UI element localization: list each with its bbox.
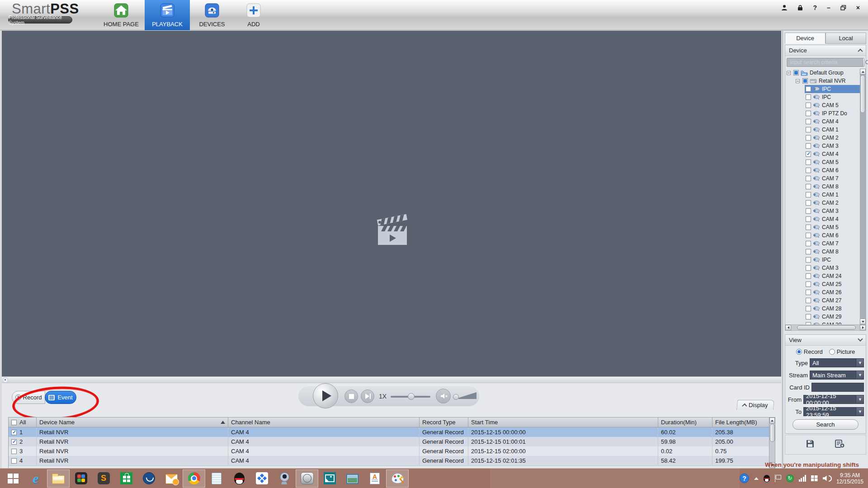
scroll-up-icon[interactable]	[769, 418, 775, 423]
search-button[interactable]: Search	[793, 419, 859, 430]
scrollbar-thumb[interactable]	[797, 325, 856, 330]
tree-item-cam-4[interactable]: CAM 4	[785, 215, 860, 223]
tree-item-ipc[interactable]: IPC	[785, 93, 860, 101]
dropdown-arrow-icon[interactable]: ▼	[856, 371, 864, 380]
tree-item-row[interactable]: CAM 3	[805, 207, 860, 215]
action-flag-icon[interactable]	[775, 474, 781, 482]
tree-checkbox[interactable]	[806, 249, 811, 254]
tree-item-row[interactable]: IPC	[805, 256, 860, 264]
tree-checkbox[interactable]	[806, 184, 811, 189]
tab-add[interactable]: ADD	[234, 0, 273, 30]
tree-item-cam-5[interactable]: CAM 5	[785, 223, 860, 231]
tree-item-ipc[interactable]: IPC	[785, 256, 860, 264]
row-checkbox[interactable]	[11, 430, 17, 435]
column-header-channel-name[interactable]: Channel Name	[228, 418, 420, 427]
taskbar-webcam-app-icon[interactable]	[273, 469, 296, 488]
tree-checkbox[interactable]	[806, 273, 811, 279]
user-icon[interactable]	[781, 5, 788, 11]
tree-expander-icon[interactable]	[787, 71, 791, 75]
tree-item-row[interactable]: CAM 7	[805, 174, 860, 183]
column-header-file-length-mb-[interactable]: File Length(MB)	[712, 418, 775, 427]
tree-checkbox[interactable]	[806, 94, 811, 100]
row-checkbox[interactable]	[11, 439, 17, 445]
tree-item-row[interactable]: CAM 8	[805, 248, 860, 256]
tree-item-cam-3[interactable]: CAM 3	[785, 207, 860, 215]
tree-item-row[interactable]: CAM 5	[805, 101, 860, 109]
scroll-right-icon[interactable]	[860, 325, 866, 330]
taskbar-puzzle-app-icon[interactable]	[70, 469, 92, 488]
taskbar-windows-store-icon[interactable]	[115, 469, 137, 488]
tree-item-cam-7[interactable]: CAM 7	[785, 239, 860, 248]
tree-checkbox[interactable]	[806, 160, 811, 165]
column-header-start-time[interactable]: Start Time	[468, 418, 658, 427]
tree-item-row[interactable]: CAM 4	[805, 215, 860, 223]
tree-item-ip-ptz-do[interactable]: IP PTZ Do	[785, 109, 860, 117]
tree-checkbox[interactable]	[806, 151, 811, 157]
tree-item-cam-26[interactable]: CAM 26	[785, 288, 860, 296]
display-collapse-button[interactable]: Display	[736, 400, 774, 410]
tree-checkbox[interactable]	[806, 192, 811, 197]
tree-item-cam-30[interactable]: CAM 30	[785, 321, 860, 324]
tree-checkbox[interactable]	[806, 241, 811, 246]
tree-checkbox[interactable]	[806, 306, 811, 311]
table-vertical-scrollbar[interactable]	[769, 417, 775, 469]
tree-item-cam-6[interactable]: CAM 6	[785, 166, 860, 174]
tree-item-default-group[interactable]: Default Group	[785, 69, 860, 77]
taskbar-clock[interactable]: 9:35 AM 12/15/2015	[836, 472, 868, 485]
select-all-checkbox[interactable]	[11, 420, 17, 425]
tree-item-row[interactable]: CAM 3	[805, 264, 860, 272]
tree-item-cam-3[interactable]: CAM 3	[785, 142, 860, 150]
taskbar-sublime-text-icon[interactable]	[92, 469, 115, 488]
sidebar-tab-local[interactable]: Local	[826, 33, 866, 44]
taskbar-paint-icon[interactable]	[386, 469, 409, 488]
tree-item-cam-3[interactable]: CAM 3	[785, 264, 860, 272]
tree-item-cam-4[interactable]: CAM 4	[785, 117, 860, 126]
tree-checkbox[interactable]	[806, 233, 811, 238]
row-checkbox[interactable]	[11, 458, 17, 464]
volume-slider[interactable]	[456, 392, 476, 400]
tab-playback[interactable]: PLAYBACK	[145, 0, 190, 30]
mute-button[interactable]: ×	[436, 389, 451, 404]
stop-button[interactable]	[344, 389, 358, 403]
tree-item-cam-8[interactable]: CAM 8	[785, 183, 860, 191]
tree-item-row[interactable]: IPC	[805, 93, 860, 101]
tree-item-cam-28[interactable]: CAM 28	[785, 305, 860, 313]
tree-item-row[interactable]: CAM 2	[805, 134, 860, 142]
tree-checkbox[interactable]	[806, 143, 811, 149]
taskbar-hipchat-icon[interactable]	[137, 469, 160, 488]
tree-item-retail-nvr[interactable]: Retail NVR	[785, 77, 860, 85]
tray-chevron-icon[interactable]	[754, 477, 759, 480]
tree-item-row[interactable]: Default Group	[793, 69, 860, 77]
tree-checkbox[interactable]	[806, 257, 811, 263]
table-row[interactable]: 4Retail NVRCAM 4General Record2015-12-15…	[9, 456, 775, 465]
tree-checkbox[interactable]	[806, 282, 811, 287]
tree-item-cam-4[interactable]: CAM 4	[785, 150, 860, 158]
tree-item-row[interactable]: CAM 6	[805, 166, 860, 174]
lock-icon[interactable]	[797, 5, 803, 11]
to-datetime-field[interactable]: 2015-12-15 23:59:59	[803, 407, 856, 416]
save-icon[interactable]	[806, 439, 815, 450]
tree-item-row[interactable]: IPC	[805, 85, 860, 93]
table-row[interactable]: 1Retail NVRCAM 4General Record2015-12-15…	[9, 427, 775, 437]
tab-devices[interactable]: DEVICES	[190, 0, 234, 30]
tree-item-row[interactable]: CAM 28	[805, 305, 860, 313]
tree-item-cam-1[interactable]: CAM 1	[785, 191, 860, 199]
tree-item-row[interactable]: CAM 7	[805, 239, 860, 248]
from-datetime-field[interactable]: 2015-12-15 00:00:00	[803, 395, 856, 404]
tree-item-row[interactable]: CAM 5	[805, 223, 860, 231]
taskbar-dropbox-icon[interactable]	[250, 469, 273, 488]
network-signal-icon[interactable]	[799, 475, 806, 482]
help-icon[interactable]	[740, 474, 749, 483]
tree-checkbox[interactable]	[793, 70, 799, 75]
tree-item-cam-8[interactable]: CAM 8	[785, 248, 860, 256]
video-playback-area[interactable]	[2, 31, 781, 376]
tree-item-row[interactable]: CAM 4	[805, 150, 860, 158]
table-row[interactable]: 2Retail NVRCAM 4General Record2015-12-15…	[9, 437, 775, 446]
card-id-input[interactable]	[811, 383, 864, 392]
device-panel-header[interactable]: Device	[785, 45, 866, 56]
speed-slider[interactable]	[391, 396, 430, 398]
sidebar-tab-device[interactable]: Device	[785, 33, 826, 44]
help-icon[interactable]: ?	[813, 5, 817, 11]
record-radio[interactable]: Record	[796, 348, 823, 355]
splitter-collapse-button[interactable]	[3, 377, 8, 383]
